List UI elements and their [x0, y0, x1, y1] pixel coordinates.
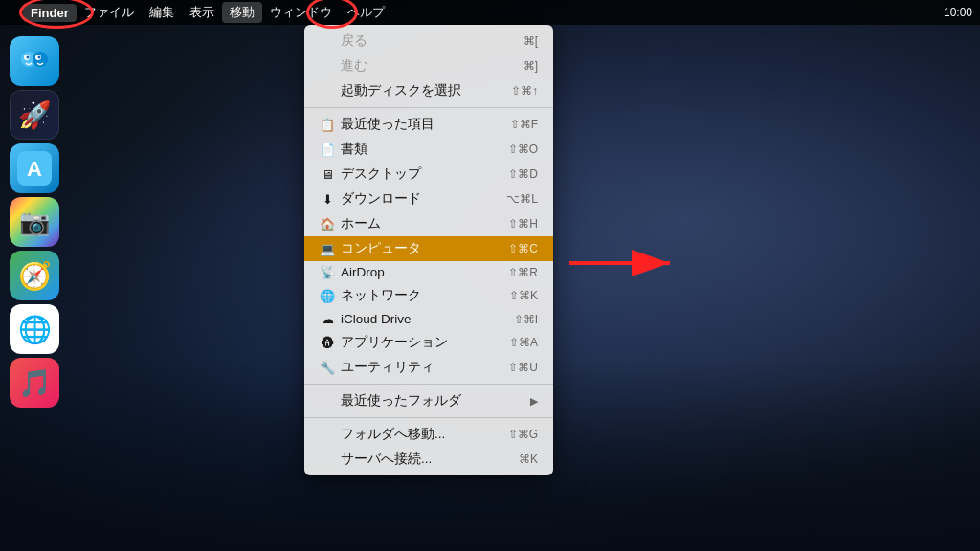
dock-item-safari[interactable]: 🧭: [10, 251, 59, 300]
airdrop-shortcut: ⇧⌘R: [508, 266, 538, 279]
icloud-shortcut: ⇧⌘I: [514, 313, 538, 326]
forward-label: 進む: [341, 57, 368, 75]
menu-item-startup-disk[interactable]: 起動ディスクを選択 ⇧⌘↑: [304, 78, 553, 103]
downloads-icon: ⬇: [320, 192, 335, 207]
home-shortcut: ⇧⌘H: [508, 217, 538, 231]
documents-shortcut: ⇧⌘O: [508, 143, 538, 156]
recents-label: 最近使った項目: [341, 116, 434, 133]
dock-item-appstore[interactable]: A: [10, 143, 59, 193]
utilities-icon: 🔧: [320, 361, 335, 375]
applications-label: アプリケーション: [341, 334, 448, 351]
dock-item-chrome[interactable]: 🌐: [10, 304, 59, 354]
applications-shortcut: ⇧⌘A: [509, 336, 538, 349]
back-label: 戻る: [341, 33, 368, 50]
menubar-time: 10:00: [944, 6, 972, 19]
airdrop-icon: 📡: [320, 265, 335, 279]
menu-item-utilities[interactable]: 🔧 ユーティリティ ⇧⌘U: [304, 355, 553, 380]
goto-folder-shortcut: ⇧⌘G: [508, 428, 538, 441]
startup-label: 起動ディスクを選択: [341, 82, 461, 99]
downloads-label: ダウンロード: [341, 190, 421, 208]
svg-text:A: A: [27, 157, 42, 181]
menu-item-recents[interactable]: 📋 最近使った項目 ⇧⌘F: [304, 112, 553, 137]
utilities-shortcut: ⇧⌘U: [508, 361, 538, 374]
forward-shortcut: ⌘]: [523, 59, 538, 73]
recents-shortcut: ⇧⌘F: [510, 118, 538, 131]
airdrop-label: AirDrop: [341, 265, 385, 279]
menu-item-desktop[interactable]: 🖥 デスクトップ ⇧⌘D: [304, 162, 553, 187]
computer-label: コンピュータ: [341, 240, 421, 257]
view-menu[interactable]: 表示: [182, 2, 222, 23]
edit-menu[interactable]: 編集: [142, 2, 182, 23]
home-label: ホーム: [341, 215, 381, 232]
recents-icon: 📋: [320, 118, 335, 132]
documents-label: 書類: [341, 141, 368, 158]
menubar-right: 10:00: [944, 6, 972, 19]
desktop-label: デスクトップ: [341, 165, 421, 183]
goto-folder-label: フォルダへ移動...: [341, 426, 445, 443]
network-shortcut: ⇧⌘K: [509, 289, 538, 302]
connect-server-label: サーバへ接続...: [341, 451, 432, 468]
menu-item-goto-folder[interactable]: フォルダへ移動... ⇧⌘G: [304, 422, 553, 447]
back-shortcut: ⌘[: [523, 34, 538, 48]
connect-server-shortcut: ⌘K: [519, 452, 538, 466]
menu-item-applications[interactable]: 🅐 アプリケーション ⇧⌘A: [304, 330, 553, 355]
menu-item-forward[interactable]: 進む ⌘]: [304, 54, 553, 78]
go-dropdown-menu: 戻る ⌘[ 進む ⌘] 起動ディスクを選択 ⇧⌘↑ 📋 最近使った項目 ⇧⌘F …: [304, 25, 553, 475]
svg-point-7: [27, 56, 30, 59]
file-menu[interactable]: ファイル: [77, 2, 142, 23]
recent-folders-label: 最近使ったフォルダ: [341, 392, 461, 409]
menu-item-downloads[interactable]: ⬇ ダウンロード ⌥⌘L: [304, 187, 553, 211]
documents-icon: 📄: [320, 143, 335, 157]
svg-point-8: [38, 56, 41, 59]
startup-shortcut: ⇧⌘↑: [511, 84, 538, 98]
menu-item-home[interactable]: 🏠 ホーム ⇧⌘H: [304, 211, 553, 236]
applications-icon: 🅐: [320, 336, 335, 350]
dock-item-photos[interactable]: 📷: [10, 197, 59, 247]
computer-shortcut: ⇧⌘C: [508, 242, 538, 255]
dock: 🚀 A 📷 🧭 🌐 🎵: [0, 25, 69, 551]
dock-item-finder[interactable]: [10, 36, 59, 86]
window-menu[interactable]: ウィンドウ: [262, 2, 340, 23]
dock-item-launchpad[interactable]: 🚀: [10, 90, 59, 140]
menu-item-connect-server[interactable]: サーバへ接続... ⌘K: [304, 447, 553, 472]
sep-3: [304, 417, 553, 418]
icloud-icon: ☁: [320, 312, 335, 326]
utilities-label: ユーティリティ: [341, 359, 434, 376]
desktop-shortcut: ⇧⌘D: [508, 167, 538, 181]
downloads-shortcut: ⌥⌘L: [506, 192, 538, 206]
help-menu[interactable]: ヘルプ: [340, 2, 392, 23]
menu-item-documents[interactable]: 📄 書類 ⇧⌘O: [304, 137, 553, 162]
network-label: ネットワーク: [341, 287, 421, 304]
menu-item-back[interactable]: 戻る ⌘[: [304, 29, 553, 54]
menubar: Finder ファイル 編集 表示 移動 ウィンドウ ヘルプ 10:00: [0, 0, 980, 25]
menu-item-icloud[interactable]: ☁ iCloud Drive ⇧⌘I: [304, 308, 553, 330]
menu-item-recent-folders[interactable]: 最近使ったフォルダ ▶: [304, 388, 553, 413]
menu-item-computer[interactable]: 💻 コンピュータ ⇧⌘C: [304, 236, 553, 261]
desktop-icon: 🖥: [320, 167, 335, 182]
icloud-label: iCloud Drive: [341, 312, 412, 326]
menu-item-network[interactable]: 🌐 ネットワーク ⇧⌘K: [304, 283, 553, 308]
sep-2: [304, 384, 553, 385]
sep-1: [304, 107, 553, 108]
dock-item-music[interactable]: 🎵: [10, 358, 59, 408]
recent-folders-arrow: ▶: [530, 395, 538, 408]
menu-item-airdrop[interactable]: 📡 AirDrop ⇧⌘R: [304, 261, 553, 283]
finder-menu[interactable]: Finder: [23, 4, 77, 22]
go-menu[interactable]: 移動: [222, 2, 262, 23]
network-icon: 🌐: [320, 289, 335, 303]
computer-icon: 💻: [320, 242, 335, 256]
home-icon: 🏠: [320, 217, 335, 231]
